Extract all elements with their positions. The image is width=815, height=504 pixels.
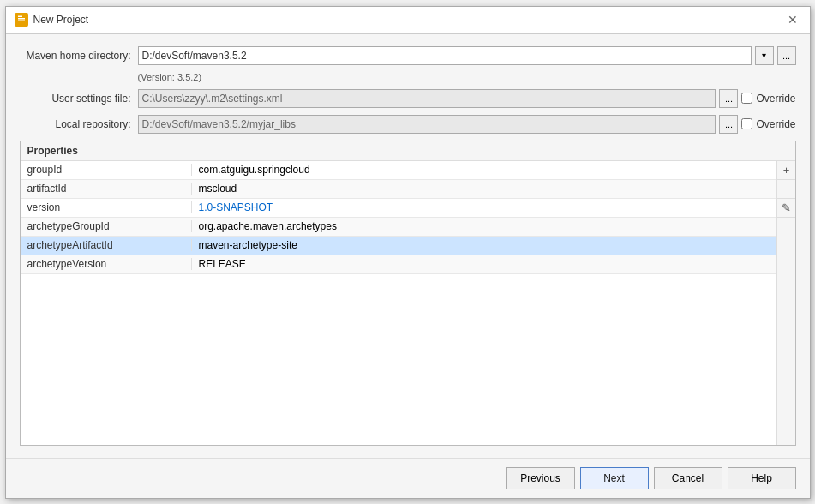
local-repo-override-label: Override [756,118,795,130]
user-settings-row: User settings file: ... Override [20,89,796,108]
user-settings-override-label: Override [756,93,795,105]
properties-table: groupIdcom.atguigu.springcloudartifactId… [21,161,776,445]
prop-value: org.apache.maven.archetypes [192,220,344,232]
maven-home-input[interactable] [138,46,752,65]
new-project-dialog: New Project ✕ Maven home directory: ▾ ..… [5,6,811,499]
prop-key: version [21,201,192,213]
edit-property-button[interactable]: ✎ [777,199,796,218]
table-row[interactable]: archetypeGroupIdorg.apache.maven.archety… [21,218,776,237]
local-repo-browse[interactable]: ... [719,115,738,134]
maven-home-dropdown[interactable]: ▾ [755,46,774,65]
prop-key: archetypeGroupId [21,220,192,232]
prop-key: artifactId [21,183,192,195]
maven-home-label: Maven home directory: [20,50,131,62]
dialog-content: Maven home directory: ▾ ... (Version: 3.… [6,34,810,458]
maven-version-text: (Version: 3.5.2) [138,72,796,82]
prop-value: com.atguigu.springcloud [192,164,317,176]
table-row[interactable]: groupIdcom.atguigu.springcloud [21,161,776,180]
user-settings-input-group: ... Override [138,89,796,108]
local-repo-input-group: ... Override [138,115,796,134]
help-button[interactable]: Help [728,467,796,489]
properties-table-wrapper: groupIdcom.atguigu.springcloudartifactId… [21,161,795,445]
previous-button[interactable]: Previous [506,467,575,489]
user-settings-input [138,89,716,108]
add-property-button[interactable]: + [777,161,796,180]
properties-header: Properties [21,141,795,161]
local-repo-row: Local repository: ... Override [20,115,796,134]
prop-value: maven-archetype-site [192,239,304,251]
cancel-button[interactable]: Cancel [654,467,722,489]
prop-key: archetypeVersion [21,258,192,270]
svg-rect-2 [18,21,25,22]
properties-section: Properties groupIdcom.atguigu.springclou… [20,141,796,446]
dialog-title: New Project [33,14,89,26]
maven-home-browse[interactable]: ... [777,46,796,65]
local-repo-override-checkbox[interactable] [741,118,752,129]
prop-value: 1.0-SNAPSHOT [192,201,280,213]
local-repo-override-group: Override [741,118,795,130]
prop-key: archetypeArtifactId [21,239,192,251]
user-settings-override-checkbox[interactable] [741,93,752,104]
dialog-icon [15,13,28,27]
remove-property-button[interactable]: − [777,180,796,199]
dialog-footer: Previous Next Cancel Help [6,458,810,498]
close-button[interactable]: ✕ [784,11,801,28]
next-button[interactable]: Next [580,467,649,489]
maven-home-input-group: ▾ ... [138,46,796,65]
prop-key: groupId [21,164,192,176]
maven-home-row: Maven home directory: ▾ ... [20,46,796,65]
user-settings-label: User settings file: [20,93,131,105]
table-row[interactable]: version1.0-SNAPSHOT [21,199,776,218]
svg-rect-3 [18,16,22,18]
table-row[interactable]: artifactIdmscloud [21,180,776,199]
table-side-actions: + − ✎ [776,161,795,445]
user-settings-override-group: Override [741,93,795,105]
prop-value: RELEASE [192,258,253,270]
title-bar: New Project ✕ [6,7,810,34]
local-repo-label: Local repository: [20,118,131,130]
table-row[interactable]: archetypeArtifactIdmaven-archetype-site [21,237,776,255]
prop-value: mscloud [192,183,244,195]
table-row[interactable]: archetypeVersionRELEASE [21,255,776,274]
svg-rect-1 [18,18,25,20]
title-bar-left: New Project [15,13,89,27]
user-settings-browse[interactable]: ... [719,89,738,108]
local-repo-input [138,115,716,134]
